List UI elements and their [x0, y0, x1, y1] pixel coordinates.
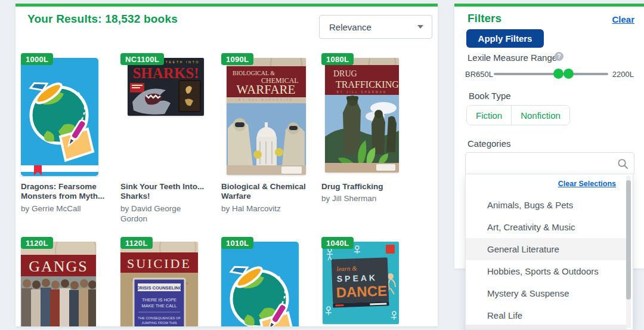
- category-option[interactable]: Real Life: [466, 304, 627, 326]
- sort-dropdown-value: Relevance: [329, 22, 417, 32]
- lexile-range-slider: BR650L 2200L: [454, 68, 644, 80]
- lexile-badge: 1000L: [21, 53, 53, 65]
- fiction-button[interactable]: Fiction: [467, 106, 512, 125]
- svg-text:SPEAK: SPEAK: [337, 273, 378, 283]
- category-option[interactable]: Hobbies, Sports & Outdoors: [466, 260, 627, 282]
- clear-filters-link[interactable]: Clear: [612, 14, 634, 24]
- svg-text:DRUG: DRUG: [333, 69, 357, 78]
- search-icon[interactable]: [617, 158, 628, 169]
- lexile-badge: 1120L: [120, 237, 153, 249]
- book-cover[interactable]: SUICIDE CRISIS COUNSELING THERE IS HOPE …: [120, 242, 198, 326]
- category-option[interactable]: Animals, Bugs & Pets: [466, 194, 627, 216]
- lexile-badge: NC1100L: [120, 53, 164, 65]
- lexile-slider-track[interactable]: [494, 73, 608, 75]
- svg-text:DANCE: DANCE: [336, 282, 387, 300]
- book-type-label: Book Type: [469, 91, 511, 101]
- chevron-down-icon: [417, 25, 423, 29]
- apply-filters-button[interactable]: Apply Filters: [466, 29, 544, 48]
- category-option[interactable]: Art, Creativity & Music: [466, 216, 627, 238]
- nonfiction-button[interactable]: Nonfiction: [512, 106, 569, 125]
- book-cover[interactable]: [21, 58, 98, 176]
- dropdown-scrollbar-thumb[interactable]: [626, 180, 631, 300]
- book-cover[interactable]: learn & SPEAK DANCE: [323, 242, 399, 324]
- book-card[interactable]: 1080L DRUG TRAFFICKING BY JILL SHERMAN D…: [321, 58, 412, 178]
- lexile-slider-handle-max[interactable]: [564, 69, 574, 79]
- lexile-badge: 1080L: [321, 53, 354, 65]
- book-cover[interactable]: GANGS: [21, 242, 96, 326]
- svg-text:TRAFFICKING: TRAFFICKING: [336, 79, 399, 90]
- book-author: by David George Gordon: [120, 204, 209, 224]
- book-title[interactable]: Biological & Chemical Warfare: [221, 182, 309, 202]
- category-option[interactable]: General Literature: [466, 238, 627, 260]
- svg-text:WARFARE: WARFARE: [237, 82, 296, 97]
- book-author: by Gerrie McCall: [21, 204, 109, 214]
- lexile-slider-handle-min[interactable]: [553, 69, 564, 79]
- book-cover[interactable]: SINK YOUR TEETH INTO SHARKS!: [128, 58, 204, 116]
- categories-label: Categories: [467, 138, 511, 149]
- book-title[interactable]: Sink Your Teeth Into... Sharks!: [120, 182, 209, 202]
- dropdown-scrollbar[interactable]: [626, 175, 631, 328]
- lexile-badge: 1040L: [321, 237, 354, 249]
- lexile-max-label: 2200L: [612, 70, 634, 79]
- book-author: by Jill Sherman: [321, 194, 410, 204]
- lexile-badge: 1090L: [221, 53, 253, 65]
- book-card[interactable]: 1010L: [221, 242, 312, 326]
- categories-list: Animals, Bugs & PetsArt, Creativity & Mu…: [466, 194, 627, 326]
- book-card[interactable]: 1090L BIOLOGICAL & CHEMICAL WARFARE BY H…: [221, 58, 312, 181]
- svg-text:MAKE THE CALL: MAKE THE CALL: [141, 303, 177, 309]
- book-author: by Hal Marcovitz: [221, 204, 309, 214]
- lexile-badge: 1010L: [221, 237, 253, 249]
- book-title[interactable]: Dragons: Fearsome Monsters from Myth...: [21, 182, 109, 202]
- results-count-heading: Your Results: 18,532 books: [27, 13, 178, 26]
- svg-text:THE CONSEQUENCES OF: THE CONSEQUENCES OF: [138, 316, 181, 320]
- book-type-button-group: Fiction Nonfiction: [466, 105, 570, 125]
- svg-text:GANGS: GANGS: [29, 258, 88, 275]
- svg-text:BY JILL SHERMAN: BY JILL SHERMAN: [337, 91, 387, 94]
- book-cover[interactable]: BIOLOGICAL & CHEMICAL WARFARE BY HAL MAR…: [227, 58, 306, 175]
- book-cover[interactable]: [221, 242, 299, 326]
- book-title[interactable]: Drug Trafficking: [321, 182, 410, 192]
- categories-search-wrap: [465, 152, 634, 175]
- svg-text:THERE IS HOPE: THERE IS HOPE: [142, 297, 177, 303]
- lexile-range-label: Lexile Measure Range: [467, 53, 557, 63]
- svg-text:learn &: learn &: [336, 264, 357, 272]
- results-panel: Your Results: 18,532 books Relevance 100…: [16, 4, 438, 326]
- clear-selections-link[interactable]: Clear Selections: [558, 180, 616, 188]
- filters-heading: Filters: [467, 12, 501, 25]
- svg-text:SUICIDE: SUICIDE: [127, 256, 191, 271]
- categories-dropdown: Clear Selections Animals, Bugs & PetsArt…: [465, 174, 633, 330]
- book-card[interactable]: 1120L GANGS: [21, 242, 112, 326]
- dropdown-next-row-edge: [466, 325, 627, 329]
- categories-search-input[interactable]: [465, 152, 634, 175]
- book-card[interactable]: 1000L Dragons: Fearsome Monsters from My…: [21, 58, 112, 182]
- book-cover[interactable]: DRUG TRAFFICKING BY JILL SHERMAN: [325, 58, 399, 172]
- svg-text:BY HAL MARCOVITZ: BY HAL MARCOVITZ: [239, 98, 293, 101]
- svg-text:SHARKS!: SHARKS!: [132, 65, 199, 81]
- book-card[interactable]: 1040L learn & SPEAK DANCE: [321, 242, 412, 326]
- svg-text:BIOLOGICAL &: BIOLOGICAL &: [233, 70, 275, 76]
- book-card[interactable]: 1120L SUICIDE CRISIS COUNSELING THERE IS…: [120, 242, 211, 326]
- lexile-min-label: BR650L: [465, 70, 493, 79]
- svg-text:CRISIS COUNSELING: CRISIS COUNSELING: [136, 285, 182, 291]
- help-icon[interactable]: ?: [555, 52, 564, 61]
- book-card[interactable]: NC1100L SINK YOUR TEETH INTO SHARKS! Sin…: [120, 58, 211, 122]
- sort-dropdown[interactable]: Relevance: [319, 15, 432, 39]
- category-option[interactable]: Mystery & Suspense: [466, 282, 627, 304]
- svg-text:BRIDGE ARE FATAL: BRIDGE ARE FATAL: [143, 326, 176, 326]
- lexile-badge: 1120L: [21, 237, 53, 249]
- svg-text:JUMPING FROM THIS: JUMPING FROM THIS: [141, 321, 177, 325]
